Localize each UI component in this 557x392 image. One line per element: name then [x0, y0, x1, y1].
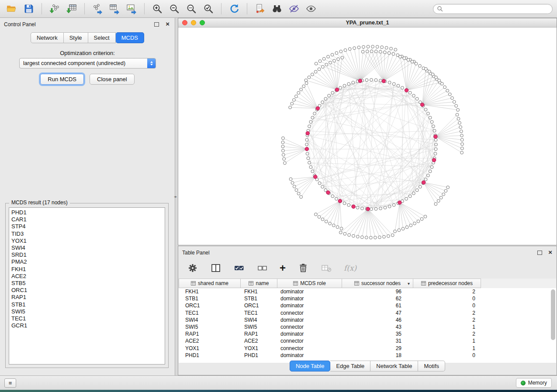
columns-icon [210, 262, 221, 274]
table-row[interactable]: YOX1YOX1connector291 [179, 345, 556, 352]
mcds-node[interactable]: STB1 [11, 301, 163, 308]
column-header-name[interactable]: name [241, 279, 277, 288]
tab-style[interactable]: Style [64, 32, 88, 43]
table-toolbar: + f(x) [178, 258, 557, 279]
tab-edge-table[interactable]: Edge Table [330, 361, 370, 371]
mcds-node[interactable]: FKH1 [11, 266, 163, 273]
column-type-icon [293, 281, 298, 285]
table-cell: 2 [413, 309, 481, 316]
table-cell: ORC1 [241, 302, 277, 309]
window-minimize-button[interactable] [191, 20, 196, 25]
zoom-fit-button[interactable] [184, 1, 199, 16]
status-menu-button[interactable]: ≡ [4, 378, 16, 388]
table-cell: 0 [413, 295, 481, 302]
mcds-result-list[interactable]: PHD1CAR1STP4TID3YOX1SWI4SRD1PMA2FKH1ACE2… [9, 207, 165, 364]
mcds-node[interactable]: STB5 [11, 280, 163, 287]
table-row[interactable]: STB1STB1dominator620 [179, 295, 556, 302]
column-header-successor-nodes[interactable]: successor nodes ▾ [342, 279, 413, 288]
table-cell: SWI4 [179, 316, 241, 323]
mcds-node[interactable]: SWI4 [11, 244, 163, 251]
optimization-select[interactable]: largest connected component (undirected) [19, 58, 156, 69]
export-image-button[interactable] [124, 1, 139, 16]
table-row[interactable]: PHD1PHD1dominator180 [179, 352, 556, 359]
tab-node-table[interactable]: Node Table [290, 361, 331, 371]
export-network-button[interactable] [90, 1, 105, 16]
column-header-shared-name[interactable]: shared name [179, 279, 241, 288]
hide-selected-button[interactable] [287, 1, 301, 16]
table-row[interactable]: ACE2ACE2connector311 [179, 337, 556, 344]
tab-select[interactable]: Select [88, 32, 116, 43]
delete-column-button[interactable] [298, 262, 309, 274]
refresh-button[interactable] [227, 1, 242, 16]
add-column-button[interactable]: + [280, 264, 286, 272]
splitter-collapse-icon[interactable]: ◂▸ [174, 195, 176, 199]
network-view[interactable] [178, 28, 557, 245]
mcds-node[interactable]: TID3 [11, 230, 163, 237]
network-window-titlebar[interactable]: YPA_prune.txt_1 [178, 18, 557, 28]
deselect-all-button[interactable] [256, 262, 268, 274]
close-panel-button[interactable]: × [548, 248, 552, 256]
zoom-selected-button[interactable] [201, 1, 216, 16]
tab-network[interactable]: Network [31, 32, 64, 43]
table-settings-button[interactable] [187, 262, 198, 274]
table-cell: 43 [342, 323, 413, 330]
table-cell: STB1 [241, 295, 277, 302]
import-table-button[interactable] [64, 1, 79, 16]
mcds-node[interactable]: RAP1 [11, 294, 163, 301]
export-table-button[interactable] [107, 1, 122, 16]
table-row[interactable]: TEC1TEC1connector472 [179, 309, 556, 316]
close-panel-button[interactable]: × [166, 20, 170, 28]
table-row[interactable]: SWI5SWI5connector431 [179, 323, 556, 330]
window-zoom-button[interactable] [200, 20, 205, 25]
table-scrollbar-thumb[interactable] [551, 289, 555, 340]
memory-button[interactable]: Memory [516, 378, 552, 388]
export-image-icon [126, 3, 137, 14]
open-folder-icon [6, 3, 17, 14]
mcds-node[interactable]: TEC1 [11, 315, 163, 322]
float-window-button[interactable] [537, 251, 542, 255]
search-icon [437, 6, 443, 12]
mcds-node[interactable]: SWI5 [11, 308, 163, 315]
mcds-node[interactable]: ORC1 [11, 287, 163, 294]
mcds-node[interactable]: ACE2 [11, 273, 163, 280]
table-cell: 47 [342, 309, 413, 316]
tab-motifs[interactable]: Motifs [418, 361, 445, 371]
save-session-button[interactable] [21, 1, 36, 16]
table-cell: 2 [413, 330, 481, 337]
tab-network-table[interactable]: Network Table [370, 361, 418, 371]
run-mcds-button[interactable]: Run MCDS [40, 74, 84, 85]
zoom-out-button[interactable] [167, 1, 182, 16]
select-all-button[interactable] [233, 262, 245, 274]
column-header-mcds-role[interactable]: MCDS role [277, 279, 342, 288]
table-panel-header: Table Panel × [178, 246, 557, 258]
open-file-button[interactable] [4, 1, 19, 16]
column-type-icon [421, 281, 426, 285]
table-row[interactable]: FKH1FKH1dominator962 [179, 288, 556, 295]
mcds-node[interactable]: GCR1 [11, 322, 163, 329]
zoom-in-button[interactable] [150, 1, 165, 16]
apply-style-button[interactable] [253, 1, 267, 16]
table-cell: 29 [342, 345, 413, 352]
table-row[interactable]: RAP1RAP1dominator352 [179, 330, 556, 337]
column-header-predecessor-nodes[interactable]: predecessor nodes [413, 279, 481, 288]
sort-indicator-icon[interactable]: ▾ [408, 281, 410, 286]
show-columns-button[interactable] [210, 262, 221, 274]
table-cell: 1 [413, 345, 481, 352]
mcds-node[interactable]: CAR1 [11, 216, 163, 223]
window-close-button[interactable] [182, 20, 187, 25]
mcds-node[interactable]: SRD1 [11, 251, 163, 258]
show-all-button[interactable] [304, 1, 318, 16]
table-row[interactable]: ORC1ORC1dominator610 [179, 302, 556, 309]
mcds-node[interactable]: YOX1 [11, 237, 163, 244]
search-input[interactable] [445, 6, 549, 12]
table-row[interactable]: SWI4SWI4dominator462 [179, 316, 556, 323]
tab-mcds[interactable]: MCDS [116, 32, 144, 43]
close-panel-button-2[interactable]: Close panel [90, 74, 135, 85]
mcds-node[interactable]: STP4 [11, 223, 163, 230]
first-neighbors-button[interactable] [270, 1, 284, 16]
mcds-node[interactable]: PMA2 [11, 258, 163, 265]
table-cell: 46 [342, 316, 413, 323]
mcds-node[interactable]: PHD1 [11, 209, 163, 216]
float-window-button[interactable] [154, 22, 159, 27]
import-network-button[interactable] [47, 1, 62, 16]
